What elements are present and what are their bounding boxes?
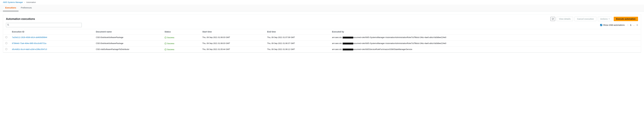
page-ellipsis: … bbox=[633, 24, 635, 26]
end-time-cell: Thu, 09 Sep 2021 01:06:12 GMT bbox=[265, 46, 330, 52]
document-name-cell: CSD-DistributeSoftwarePackage bbox=[94, 40, 162, 46]
pagination: 1 … bbox=[627, 24, 638, 26]
row-select-radio[interactable] bbox=[6, 36, 7, 38]
table-row: 7a20d112-2929-4506-b914-dd493fd5f844 CSD… bbox=[3, 34, 641, 40]
panel-title: Automation executions bbox=[6, 18, 35, 20]
status-badge: Success bbox=[164, 42, 174, 44]
executed-by-cell: arn:aws:sts::assumed-role/AWSServiceRole… bbox=[330, 46, 641, 52]
tab-preferences[interactable]: Preferences bbox=[18, 4, 34, 11]
redacted-account bbox=[343, 37, 353, 38]
show-child-label: Show child automations bbox=[603, 24, 624, 26]
table-row: 879fefe0-73a4-464e-89f0-93cc0c80731a CSD… bbox=[3, 40, 641, 46]
refresh-button[interactable] bbox=[550, 17, 555, 21]
executions-panel: Automation executions View details Cance… bbox=[3, 14, 641, 52]
row-select-radio[interactable] bbox=[6, 42, 7, 44]
start-time-cell: Thu, 09 Sep 2021 01:06:03 GMT bbox=[200, 34, 265, 40]
chevron-right-icon: › bbox=[24, 1, 25, 3]
row-select-radio[interactable] bbox=[6, 48, 7, 50]
execution-id-link[interactable]: d5c4d92c-6cc4-4ab0-a2b8-e29fbc3547c3 bbox=[12, 48, 47, 50]
status-text: Success bbox=[167, 48, 174, 50]
col-status[interactable]: Status bbox=[162, 29, 200, 34]
actions-dropdown-button[interactable]: Actions bbox=[598, 17, 612, 21]
col-select bbox=[3, 29, 10, 34]
next-page-button[interactable] bbox=[636, 24, 638, 26]
end-time-cell: Thu, 09 Sep 2021 01:07:09 GMT bbox=[265, 34, 330, 40]
col-end-time[interactable]: End time bbox=[265, 29, 330, 34]
executed-by-cell: arn:aws:sts::assumed-role/AWS-SystemsMan… bbox=[330, 40, 641, 46]
search-input[interactable] bbox=[6, 23, 82, 27]
col-start-time[interactable]: Start time bbox=[200, 29, 265, 34]
refresh-icon bbox=[552, 18, 554, 20]
status-badge: Success bbox=[164, 36, 174, 38]
chevron-right-icon bbox=[636, 24, 638, 26]
end-time-cell: Thu, 09 Sep 2021 01:06:37 GMT bbox=[265, 40, 330, 46]
view-details-button[interactable]: View details bbox=[556, 17, 573, 21]
success-icon bbox=[164, 48, 166, 50]
executed-by-cell: arn:aws:sts::assumed-role/AWS-SystemsMan… bbox=[330, 34, 641, 40]
chevron-left-icon bbox=[627, 24, 629, 26]
status-text: Success bbox=[167, 42, 174, 44]
status-badge: Success bbox=[164, 48, 174, 50]
search-icon bbox=[7, 24, 9, 26]
prev-page-button[interactable] bbox=[627, 24, 629, 26]
breadcrumb-root-link[interactable]: AWS Systems Manager bbox=[3, 1, 23, 3]
breadcrumb-current: Automation bbox=[26, 1, 36, 3]
start-time-cell: Thu, 09 Sep 2021 01:06:03 GMT bbox=[200, 40, 265, 46]
cancel-execution-button[interactable]: Cancel execution bbox=[574, 17, 596, 21]
success-icon bbox=[164, 42, 166, 44]
redacted-account bbox=[343, 49, 353, 50]
actions-label: Actions bbox=[600, 18, 608, 20]
document-name-cell: CSD-AddSoftwarePackageToDistributor bbox=[94, 46, 162, 52]
table-row: d5c4d92c-6cc4-4ab0-a2b8-e29fbc3547c3 CSD… bbox=[3, 46, 641, 52]
show-child-checkbox-input[interactable] bbox=[600, 24, 602, 26]
execution-id-link[interactable]: 7a20d112-2929-4506-b914-dd493fd5f844 bbox=[12, 36, 47, 38]
search-wrap bbox=[6, 23, 82, 27]
start-time-cell: Thu, 09 Sep 2021 01:05:44 GMT bbox=[200, 46, 265, 52]
show-child-automations-checkbox[interactable]: Show child automations bbox=[600, 24, 624, 26]
chevron-down-icon bbox=[608, 19, 610, 19]
col-execution-id[interactable]: Execution ID bbox=[10, 29, 94, 34]
document-name-cell: CSD-DistributeSoftwarePackage bbox=[94, 34, 162, 40]
page-number: 1 bbox=[630, 24, 631, 26]
col-executed-by[interactable]: Executed by bbox=[330, 29, 641, 34]
redacted-account bbox=[343, 43, 353, 44]
executions-table: Execution ID Document name Status Start … bbox=[3, 29, 641, 52]
success-icon bbox=[164, 36, 166, 38]
breadcrumb: AWS Systems Manager › Automation bbox=[0, 0, 644, 4]
execution-id-link[interactable]: 879fefe0-73a4-464e-89f0-93cc0c80731a bbox=[12, 42, 46, 44]
status-text: Success bbox=[167, 36, 174, 38]
col-document-name[interactable]: Document name bbox=[94, 29, 162, 34]
tab-bar: Executions Preferences bbox=[0, 4, 644, 11]
svg-point-0 bbox=[8, 24, 9, 25]
panel-actions: View details Cancel execution Actions Ex… bbox=[550, 17, 638, 21]
execute-automation-button[interactable]: Execute automation bbox=[614, 17, 638, 21]
tab-executions[interactable]: Executions bbox=[3, 4, 18, 11]
